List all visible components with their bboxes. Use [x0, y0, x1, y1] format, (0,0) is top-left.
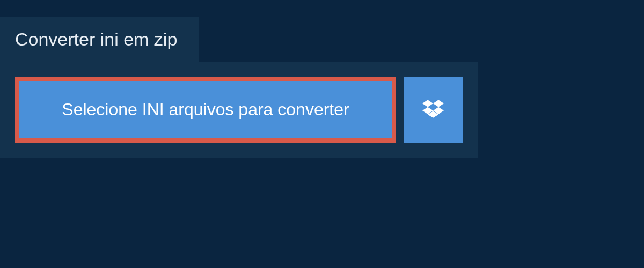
dropbox-icon [422, 98, 444, 122]
page-title: Converter ini em zip [15, 29, 177, 50]
header-tab: Converter ini em zip [0, 17, 199, 62]
dropbox-button[interactable] [404, 77, 463, 143]
select-files-button[interactable]: Selecione INI arquivos para converter [15, 77, 396, 143]
upload-panel: Selecione INI arquivos para converter [0, 62, 478, 158]
